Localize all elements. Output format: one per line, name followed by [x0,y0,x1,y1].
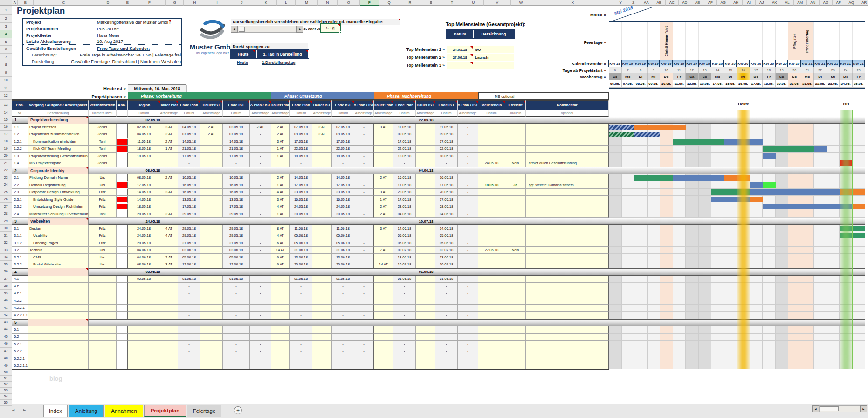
gantt-day-cell[interactable] [776,239,789,247]
gantt-day-cell[interactable] [711,225,724,232]
gantt-day-cell[interactable] [609,138,622,146]
task-cell[interactable]: 4.2.2.1 [12,305,28,312]
project-day-number-cell[interactable]: 22 [814,67,827,73]
task-cell[interactable]: 1 AT [160,146,178,153]
task-cell[interactable] [200,348,223,355]
task-cell[interactable] [526,203,609,211]
task-cell[interactable]: 29.05.18 [178,210,200,218]
column-header-cell[interactable]: Δ Plan / IST [458,100,478,110]
task-cell[interactable]: Toni [89,138,117,146]
gantt-day-cell[interactable] [737,290,750,298]
task-cell[interactable] [271,334,290,341]
gantt-day-cell[interactable] [686,210,699,218]
gantt-day-cell[interactable] [724,312,737,319]
gantt-day-cell[interactable] [737,297,750,305]
gantt-day-cell[interactable] [801,232,814,240]
task-cell[interactable]: 16.05.18 [178,181,200,189]
task-cell[interactable]: 5.2.2 [12,348,28,355]
row-number[interactable]: 30 [0,225,12,232]
task-cell[interactable]: Jonas [89,160,117,167]
gantt-day-cell[interactable] [763,174,776,182]
task-cell[interactable] [128,312,160,319]
gantt-day-cell[interactable] [622,290,635,298]
project-day-number-cell[interactable]: 24 [840,67,853,73]
gantt-day-cell[interactable] [814,254,827,261]
gantt-day-cell[interactable] [634,254,648,261]
gantt-day-cell[interactable] [763,232,776,240]
task-cell[interactable]: 6 AT [271,254,290,261]
gantt-day-cell[interactable] [776,348,789,355]
task-cell[interactable] [526,326,609,334]
gantt-day-cell[interactable] [648,181,661,189]
task-cell[interactable] [89,355,117,362]
gantt-day-cell[interactable] [634,181,648,189]
task-cell[interactable]: - [290,362,312,370]
task-cell[interactable]: - [458,189,478,196]
gantt-day-cell[interactable] [827,261,840,269]
task-cell[interactable] [478,146,505,153]
task-cell[interactable] [416,203,435,211]
gantt-day-cell[interactable] [776,210,789,218]
task-cell[interactable]: - [332,355,354,362]
gantt-day-cell[interactable] [750,290,763,298]
task-cell[interactable] [160,341,178,348]
task-cell[interactable]: - [458,124,478,131]
task-cell[interactable]: 07.05.18 [178,131,200,139]
task-cell[interactable] [526,283,609,290]
task-cell[interactable]: 3.1.2 [12,239,28,247]
task-cell[interactable]: - [290,160,312,167]
task-cell[interactable] [200,146,223,153]
task-cell[interactable]: Toni [89,146,117,153]
task-cell[interactable]: 05.06.18 [393,232,416,240]
gantt-day-cell[interactable] [737,131,750,139]
task-cell[interactable]: - [223,297,250,305]
task-cell[interactable] [526,261,609,269]
gantt-day-cell[interactable] [840,124,853,131]
task-cell[interactable]: 12.06.18 [178,261,200,269]
task-cell[interactable] [478,232,505,240]
task-cell[interactable] [505,362,526,370]
gantt-day-cell[interactable] [724,297,737,305]
gantt-day-cell[interactable] [673,239,686,247]
task-cell[interactable]: 04.05.18 [178,124,200,131]
task-cell[interactable]: 2 AT [271,124,290,131]
task-cell[interactable] [312,312,332,319]
task-cell[interactable] [505,131,526,139]
task-cell[interactable]: 11.05.18 [128,138,160,146]
task-cell[interactable] [160,160,178,167]
gantt-day-cell[interactable] [724,326,737,334]
gantt-day-cell[interactable] [801,131,814,139]
task-cell[interactable] [200,138,223,146]
task-cell[interactable] [374,153,393,160]
gantt-day-cell[interactable] [814,341,827,348]
task-cell[interactable] [89,348,117,355]
row-number[interactable]: 41 [0,304,12,312]
gantt-day-cell[interactable] [609,276,622,283]
gantt-day-cell[interactable] [737,203,750,211]
task-cell[interactable]: - [458,196,478,203]
gantt-day-cell[interactable] [622,210,635,218]
task-cell[interactable]: 28.05.18 [435,189,458,196]
task-cell[interactable] [374,181,393,189]
task-cell[interactable]: 1 AT [271,153,290,160]
task-cell[interactable]: - [458,153,478,160]
column-header-cell[interactable]: Erreicht [505,100,526,110]
task-cell[interactable]: - [354,174,374,182]
gantt-day-cell[interactable] [634,146,648,153]
gantt-day-cell[interactable] [776,138,789,146]
task-cell[interactable] [416,283,435,290]
task-cell[interactable] [526,138,609,146]
task-cell[interactable]: 04.06.18 [128,254,160,261]
gantt-day-cell[interactable] [686,254,699,261]
task-cell[interactable] [312,181,332,189]
project-day-number-cell[interactable]: 7 [622,67,635,73]
gantt-day-cell[interactable] [622,138,635,146]
col-letter[interactable]: B [18,0,34,6]
col-letter[interactable]: S [421,0,441,6]
gantt-day-cell[interactable] [648,203,661,211]
gantt-day-cell[interactable] [686,160,699,167]
column-header-cell[interactable]: Dauer IST [200,100,223,110]
task-cell[interactable] [526,196,609,203]
gantt-day-cell[interactable] [801,247,814,254]
task-cell[interactable] [160,276,178,283]
